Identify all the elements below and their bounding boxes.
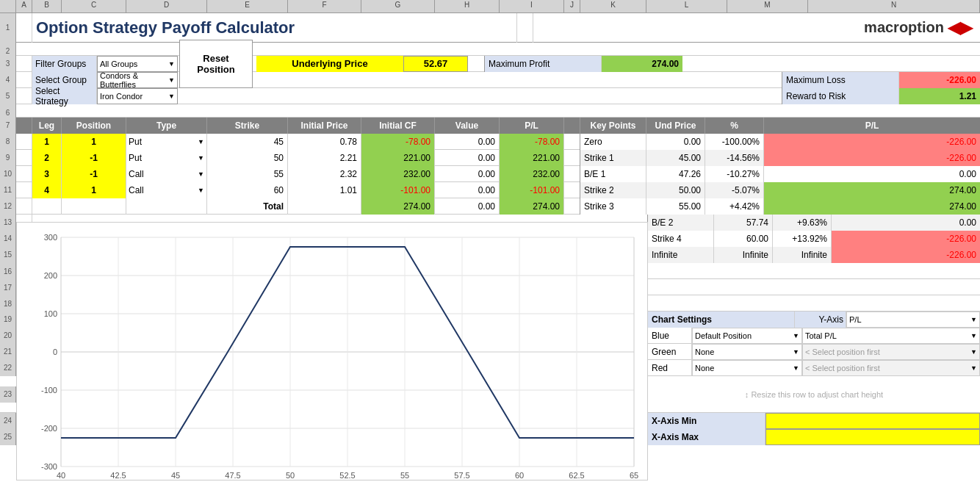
blue-right-dropdown[interactable]: Total P/L ▼ <box>802 328 980 344</box>
leg2-strike[interactable]: 50 <box>207 150 288 166</box>
svg-text:57.5: 57.5 <box>454 471 469 480</box>
leg2-initial-cf: 221.00 <box>361 150 435 166</box>
row-11: 11 4 1 Call ▼ 60 1.01 -101.00 0.00 -101.… <box>0 182 980 198</box>
x-axis-max-value[interactable] <box>765 429 980 445</box>
underlying-price-value[interactable]: 52.67 <box>403 56 468 72</box>
x-axis-min-value[interactable] <box>765 413 980 429</box>
row-num-11: 11 <box>0 182 16 198</box>
svg-text:200: 200 <box>44 271 57 280</box>
row-num-17: 17 <box>0 279 16 295</box>
leg4-position[interactable]: 1 <box>62 182 126 198</box>
row-num-9: 9 <box>0 150 16 166</box>
leg3-initial-price[interactable]: 2.32 <box>288 166 361 182</box>
kp-s2-label: Strike 2 <box>580 182 646 198</box>
header-initial-cf: Initial CF <box>361 118 435 134</box>
green-value: None <box>695 348 714 356</box>
leg4-strike[interactable]: 60 <box>207 182 288 198</box>
kp-inf-und: Infinite <box>714 247 773 263</box>
row-9: 9 2 -1 Put ▼ 50 2.21 221.00 0.00 221.00 … <box>0 150 980 166</box>
leg2-initial-price[interactable]: 2.21 <box>288 150 361 166</box>
col-header-i: I <box>500 0 564 12</box>
leg1-position[interactable]: 1 <box>62 134 126 150</box>
kp-be2-label: B/E 2 <box>648 215 714 231</box>
select-group-dropdown[interactable]: Condors & Butterflies ▼ <box>97 72 178 88</box>
blue-value: Default Position <box>695 331 752 340</box>
leg2-pl: 221.00 <box>500 150 564 166</box>
red-dropdown[interactable]: None ▼ <box>692 360 802 376</box>
red-right-arrow: ▼ <box>970 364 977 372</box>
header-type: Type <box>126 118 207 134</box>
svg-text:55: 55 <box>400 471 409 480</box>
leg1-initial-cf: -78.00 <box>361 134 435 150</box>
leg2-value: 0.00 <box>435 150 500 166</box>
kp-be2-pct: +9.63% <box>773 215 832 231</box>
svg-text:52.5: 52.5 <box>339 471 355 480</box>
leg3-pl: 232.00 <box>500 166 564 182</box>
kp-be2-und: 57.74 <box>714 215 773 231</box>
chart-settings-label: Chart Settings <box>648 312 795 328</box>
select-strategy-dropdown[interactable]: Iron Condor ▼ <box>97 88 178 104</box>
leg1-strike[interactable]: 45 <box>207 134 288 150</box>
kp-s3-und: 55.00 <box>646 198 705 215</box>
r12-b <box>32 198 62 215</box>
svg-text:40: 40 <box>57 471 65 480</box>
green-dropdown[interactable]: None ▼ <box>692 344 802 360</box>
r11-a <box>16 182 32 198</box>
kp-be2-pl: 0.00 <box>832 215 980 231</box>
leg2-position[interactable]: -1 <box>62 150 126 166</box>
payoff-chart: 300 200 100 0 -100 -200 -300 40 42.5 <box>17 223 649 481</box>
leg4-initial-cf: -101.00 <box>361 182 435 198</box>
reward-risk-label: Reward to Risk <box>782 88 899 104</box>
r12-c <box>62 198 126 215</box>
leg1-type-arrow: ▼ <box>198 138 204 145</box>
logo-text: macroption <box>864 19 944 36</box>
svg-text:100: 100 <box>44 309 57 318</box>
underlying-price-label: Underlying Price <box>256 56 403 72</box>
leg2-type[interactable]: Put ▼ <box>126 150 207 166</box>
leg1-type[interactable]: Put ▼ <box>126 134 207 150</box>
leg3-position[interactable]: -1 <box>62 166 126 182</box>
blue-arrow: ▼ <box>793 332 799 339</box>
green-right-value: < Select position first <box>805 348 880 356</box>
blue-dropdown[interactable]: Default Position ▼ <box>692 328 802 344</box>
row1-a <box>16 13 32 43</box>
leg3-initial-cf: 232.00 <box>361 166 435 182</box>
leg4-type[interactable]: Call ▼ <box>126 182 207 198</box>
leg1-initial-price[interactable]: 0.78 <box>288 134 361 150</box>
kp-zero-label: Zero <box>580 134 646 150</box>
header-leg: Leg <box>32 118 62 134</box>
green-label: Green <box>648 344 692 360</box>
row-num-14: 14 <box>0 231 16 247</box>
blue-right-arrow: ▼ <box>970 332 977 339</box>
column-headers-row: A B C D E F G H I J K L M N <box>0 0 980 13</box>
leg3-type[interactable]: Call ▼ <box>126 166 207 182</box>
row-num-8: 8 <box>0 134 16 150</box>
kp-be1-und: 47.26 <box>646 166 705 182</box>
row-10: 10 3 -1 Call ▼ 55 2.32 232.00 0.00 232.0… <box>0 166 980 182</box>
reset-position-button[interactable]: ResetPosition <box>179 40 253 88</box>
red-value: None <box>695 364 714 372</box>
leg2-type-val: Put <box>129 153 142 163</box>
y-axis-value: P/L <box>849 315 862 324</box>
row-num-12: 12 <box>0 198 16 215</box>
red-right-value: < Select position first <box>805 364 880 372</box>
col-header-m: M <box>727 0 808 12</box>
leg3-type-val: Call <box>129 169 144 179</box>
row-num-22: 22 <box>0 360 16 376</box>
filter-groups-dropdown[interactable]: All Groups ▼ <box>97 56 178 72</box>
green-right-dropdown[interactable]: < Select position first ▼ <box>802 344 980 360</box>
r12-d <box>126 198 207 215</box>
red-right-dropdown[interactable]: < Select position first ▼ <box>802 360 980 376</box>
kp-s1-pct: -14.56% <box>705 150 764 166</box>
leg4-initial-price[interactable]: 1.01 <box>288 182 361 198</box>
kp-s1-und: 45.00 <box>646 150 705 166</box>
leg3-strike[interactable]: 55 <box>207 166 288 182</box>
col-header-a: A <box>16 0 32 12</box>
col-header-c: C <box>62 0 126 12</box>
row-num-23: 23 <box>0 386 16 403</box>
x-axis-max-label: X-Axis Max <box>648 429 765 445</box>
reward-risk-value: 1.21 <box>899 88 980 104</box>
select-strategy-label: Select Strategy <box>32 88 97 104</box>
y-axis-dropdown[interactable]: P/L ▼ <box>846 312 980 328</box>
row1-j <box>517 13 533 43</box>
